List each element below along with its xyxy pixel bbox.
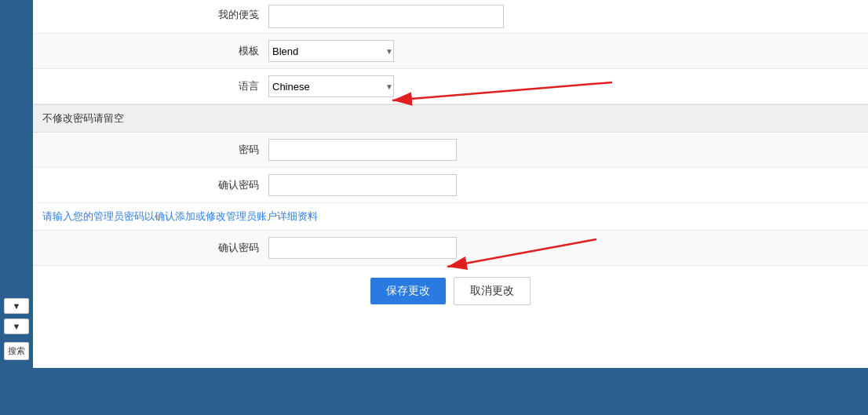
- language-label: 语言: [33, 79, 268, 93]
- template-control: Blend: [268, 40, 868, 62]
- search-btn[interactable]: 搜索: [4, 342, 29, 360]
- confirm-password-row: 确认密码: [33, 168, 868, 203]
- template-select[interactable]: Blend: [268, 40, 394, 62]
- content-box: 我的便笺 模板 Blend 语言: [33, 0, 868, 368]
- save-button[interactable]: 保存更改: [370, 278, 446, 304]
- admin-confirm-input[interactable]: [268, 237, 457, 259]
- template-label: 模板: [33, 44, 268, 58]
- language-select[interactable]: Chinese English: [268, 75, 394, 97]
- language-control: Chinese English: [268, 75, 868, 97]
- password-input[interactable]: [268, 139, 457, 161]
- admin-note: 请输入您的管理员密码以确认添加或修改管理员账户详细资料: [33, 203, 868, 230]
- admin-confirm-row: 确认密码: [33, 230, 868, 266]
- confirm-password-input[interactable]: [268, 174, 457, 196]
- password-section-label: 不修改密码请留空: [33, 104, 868, 133]
- admin-confirm-label: 确认密码: [33, 241, 268, 255]
- mailbox-textarea[interactable]: [268, 5, 504, 28]
- template-select-wrapper: Blend: [268, 40, 398, 62]
- confirm-password-label: 确认密码: [33, 178, 268, 192]
- password-row: 密码: [33, 133, 868, 168]
- mailbox-label: 我的便笺: [33, 5, 268, 22]
- sidebar-btn-2[interactable]: ▼: [4, 319, 29, 334]
- main-content: 我的便笺 模板 Blend 语言: [33, 0, 868, 415]
- template-row: 模板 Blend: [33, 34, 868, 69]
- bottom-bar: [33, 368, 868, 415]
- mailbox-row: 我的便笺: [33, 0, 868, 34]
- sidebar: ▼ ▼ 搜索: [0, 0, 33, 415]
- language-row: 语言 Chinese English: [33, 69, 868, 104]
- password-section: 密码 确认密码: [33, 133, 868, 203]
- buttons-row: 保存更改 取消更改: [33, 266, 868, 316]
- password-label: 密码: [33, 143, 268, 157]
- cancel-button[interactable]: 取消更改: [454, 277, 531, 305]
- sidebar-btn-1[interactable]: ▼: [4, 298, 29, 314]
- language-select-wrapper: Chinese English: [268, 75, 398, 97]
